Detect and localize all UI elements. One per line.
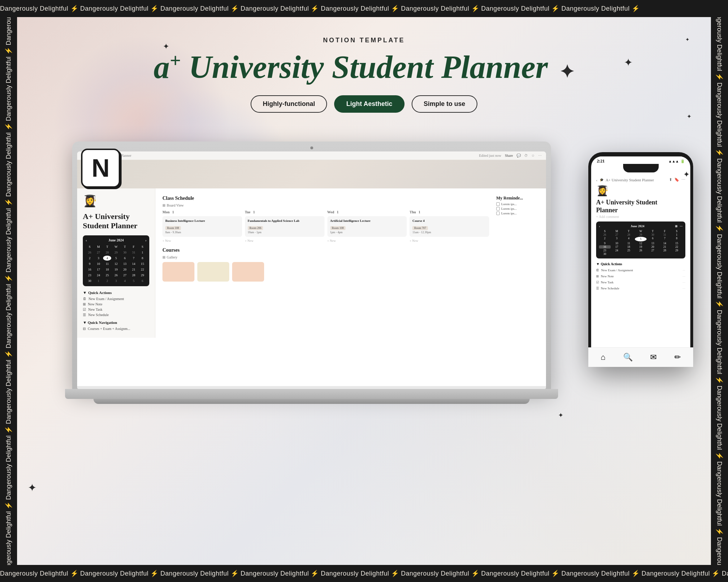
cal-day-27[interactable]: 27 [95,250,103,255]
ph-17[interactable]: 17 [611,245,623,249]
ph-19[interactable]: 19 [635,245,647,249]
cal-day-14[interactable]: 14 [130,261,138,266]
clock-icon[interactable]: ⏱ [524,154,528,157]
cal-day-30[interactable]: 30 [121,250,129,255]
ph-25[interactable]: 25 [623,249,635,252]
quick-action-task[interactable]: ☑ New Task [83,308,149,311]
home-nav-icon[interactable]: ⌂ [601,353,605,362]
cal-day-24[interactable]: 24 [95,273,103,278]
quick-action-exam[interactable]: 🗓 New Exam / Assignment [83,297,149,301]
reminder-2-checkbox[interactable] [496,207,500,210]
cal-day-25[interactable]: 25 [103,273,111,278]
gallery-card-1[interactable] [162,262,194,282]
inbox-nav-icon[interactable]: ✉ [650,353,657,362]
cal-day-3b[interactable]: 3 [112,278,120,283]
cal-day-12[interactable]: 12 [112,261,120,266]
new-button-thu[interactable]: + New [410,239,489,242]
cal-day-19[interactable]: 19 [112,267,120,272]
ph-21[interactable]: 21 [659,245,671,249]
ph-28[interactable]: 28 [623,233,635,236]
phone-qa-exam[interactable]: 🗓 New Exam / Assignment ⋯ [596,268,685,273]
ph-27b[interactable]: 27 [647,249,659,252]
phone-bookmark-icon[interactable]: 🔖 [674,177,679,182]
cal-day-29b[interactable]: 29 [138,273,146,278]
ph-16[interactable]: 16 [599,245,611,249]
phone-cal-icon-1[interactable]: ⊞ [675,225,678,228]
cal-day-26[interactable]: 26 [86,250,94,255]
phone-qa-task[interactable]: ☑ New Task ⋯ [596,280,685,285]
phone-qa-note[interactable]: ⊞ New Note ⋯ [596,274,685,279]
cal-day-20[interactable]: 20 [121,267,129,272]
cal-day-21[interactable]: 21 [130,267,138,272]
cal-day-17[interactable]: 17 [95,267,103,272]
new-button-tue[interactable]: + New [245,239,325,242]
comment-icon[interactable]: 💬 [516,154,521,157]
search-nav-icon[interactable]: 🔍 [623,353,633,362]
phone-back-icon[interactable]: ‹ [596,178,598,182]
cal-day-22[interactable]: 22 [138,267,146,272]
cal-day-6b[interactable]: 6 [138,278,146,283]
reminder-3[interactable]: Lorem ips... [496,212,539,215]
cal-day-30b[interactable]: 30 [86,278,94,283]
share-button[interactable]: Share [505,154,513,157]
ph-4[interactable]: 4 [623,237,635,241]
reminder-1-checkbox[interactable] [496,202,500,206]
profile-nav-icon[interactable]: ✏ [674,353,681,362]
ph-18[interactable]: 18 [623,245,635,249]
gallery-card-2[interactable] [197,262,229,282]
new-button-wed[interactable]: + New [327,239,407,242]
calendar-next-icon[interactable]: › [145,238,146,242]
ph-26b[interactable]: 26 [635,249,647,252]
cal-day-16[interactable]: 16 [86,267,94,272]
reminder-3-checkbox[interactable] [496,212,500,215]
quick-action-note[interactable]: ⊞ New Note [83,302,149,306]
ph-2[interactable]: 2 [599,237,611,241]
phone-cal-icon-2[interactable]: ⋯ [680,225,682,228]
ph-29b[interactable]: 29 [671,249,682,252]
cal-day-3[interactable]: 3 [95,256,103,261]
ph-13[interactable]: 13 [647,242,659,245]
ph-10[interactable]: 10 [611,242,623,245]
cal-day-2b[interactable]: 2 [103,278,111,283]
quick-nav-courses[interactable]: ⊟ Courses + Exam + Assignm... [83,327,149,331]
cal-day-28[interactable]: 28 [103,250,111,255]
ph-31[interactable]: 31 [659,233,671,236]
ph-3[interactable]: 3 [611,237,623,241]
ph-15[interactable]: 15 [671,242,682,245]
cal-day-27b[interactable]: 27 [121,273,129,278]
phone-share-icon[interactable]: ⬆ [669,177,672,182]
phone-qa-schedule[interactable]: ☰ New Schedule ⋯ [596,286,685,291]
cal-day-1[interactable]: 1 [138,250,146,255]
gallery-card-3[interactable] [232,262,264,282]
ph-22[interactable]: 22 [671,245,682,249]
cal-day-5[interactable]: 5 [112,256,120,261]
cal-day-8[interactable]: 8 [138,256,146,261]
cal-day-5b[interactable]: 5 [130,278,138,283]
cal-day-9[interactable]: 9 [86,261,94,266]
calendar-prev-icon[interactable]: ‹ [86,238,87,242]
ph-23[interactable]: 23 [599,249,611,252]
cal-day-13[interactable]: 13 [121,261,129,266]
cal-day-31[interactable]: 31 [130,250,138,255]
new-button-mon[interactable]: + New [162,239,242,242]
cal-day-1b[interactable]: 1 [95,278,103,283]
ph-27[interactable]: 27 [611,233,623,236]
cal-day-11[interactable]: 11 [103,261,111,266]
cal-day-2[interactable]: 2 [86,256,94,261]
schedule-card-c4[interactable]: Course 4 Room 707 11am - 12.30pm [410,216,489,237]
cal-day-10[interactable]: 10 [95,261,103,266]
ph-29[interactable]: 29 [635,233,647,236]
ph-5-today[interactable]: 5 [635,237,647,241]
reminder-1[interactable]: Lorem ips... [496,202,539,206]
ph-12[interactable]: 12 [635,242,647,245]
cal-day-15[interactable]: 15 [138,261,146,266]
ph-8[interactable]: 8 [671,237,682,241]
ellipsis-icon[interactable]: ⋯ [538,154,542,157]
ph-24[interactable]: 24 [611,249,623,252]
ph-28b[interactable]: 28 [659,249,671,252]
cal-day-4-today[interactable]: 4 [103,256,111,261]
ph-9[interactable]: 9 [599,242,611,245]
cal-day-28b[interactable]: 28 [130,273,138,278]
ph-1[interactable]: 1 [671,233,682,236]
cal-day-29[interactable]: 29 [112,250,120,255]
